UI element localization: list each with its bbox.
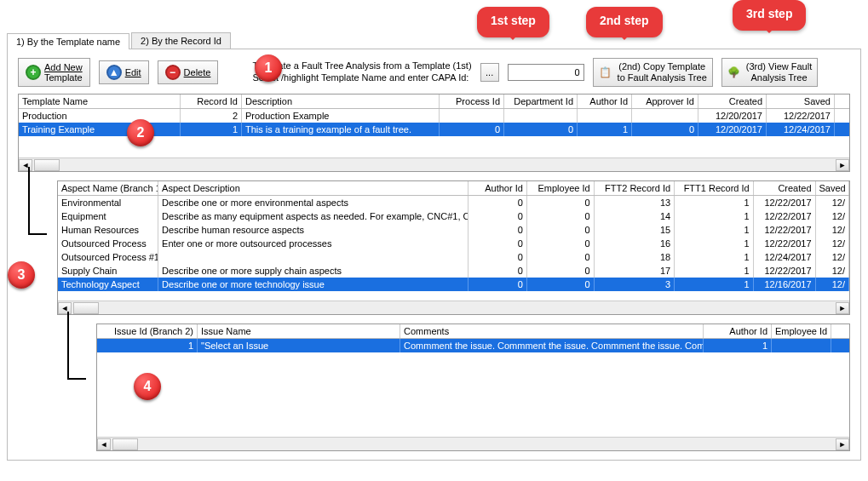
delete-icon: − bbox=[165, 65, 181, 80]
table-cell: 12/16/2017 bbox=[754, 278, 816, 291]
table-cell: 12/20/2017 bbox=[698, 123, 767, 136]
table-cell: 18 bbox=[595, 250, 675, 264]
table-cell: 1 bbox=[181, 123, 242, 136]
tab-by-template-name[interactable]: 1) By the Template name bbox=[7, 33, 129, 49]
table-row[interactable]: Human ResourcesDescribe human resource a… bbox=[58, 223, 849, 237]
delete-button[interactable]: − Delete bbox=[158, 60, 219, 84]
add-button-label: Add New Template bbox=[44, 62, 83, 83]
table-cell bbox=[578, 109, 632, 123]
capa-id-input[interactable] bbox=[508, 64, 584, 81]
table-cell: Describe as many equipment aspects as ne… bbox=[158, 209, 468, 223]
grid1-hscroll[interactable]: ◄► bbox=[19, 157, 849, 171]
tree-icon: 🌳 bbox=[727, 66, 741, 79]
grid2-hscroll[interactable]: ◄► bbox=[58, 301, 849, 314]
column-header[interactable]: Aspect Name (Branch 1) bbox=[58, 181, 158, 195]
table-cell: 2 bbox=[181, 109, 242, 123]
tree-connector-v1 bbox=[28, 167, 30, 235]
tree-connector-h2 bbox=[67, 378, 86, 380]
table-cell: 0 bbox=[440, 123, 504, 136]
tree-connector-v2 bbox=[67, 312, 69, 380]
view-fault-tree-button[interactable]: 🌳 (3rd) View Fault Analysis Tree bbox=[721, 58, 818, 87]
column-header[interactable]: Employee Id bbox=[772, 324, 831, 338]
column-header[interactable]: FTT1 Record Id bbox=[675, 181, 754, 195]
column-header[interactable]: Issue Name bbox=[198, 324, 400, 338]
table-cell: 1 bbox=[97, 339, 198, 352]
table-cell: 16 bbox=[595, 237, 675, 250]
table-cell: 1 bbox=[675, 264, 754, 278]
table-cell: 12/ bbox=[816, 237, 849, 250]
table-cell: 12/ bbox=[816, 209, 849, 223]
table-cell: Equipment bbox=[58, 209, 158, 223]
column-header[interactable]: Record Id bbox=[181, 94, 242, 108]
table-cell: Commment the issue. Commment the issue. … bbox=[400, 339, 704, 352]
table-cell: 12/ bbox=[816, 250, 849, 264]
table-cell: 12/24/2017 bbox=[754, 250, 816, 264]
table-row[interactable]: Technology AspectDescribe one or more te… bbox=[58, 278, 849, 291]
table-cell bbox=[158, 250, 468, 264]
table-row[interactable]: EnvironmentalDescribe one or more enviro… bbox=[58, 196, 849, 209]
table-row[interactable]: Supply ChainDescribe one or more supply … bbox=[58, 264, 849, 278]
copy-icon: 📋 bbox=[599, 66, 612, 79]
column-header[interactable]: Author Id bbox=[578, 94, 632, 108]
add-new-template-button[interactable]: + Add New Template bbox=[18, 58, 90, 87]
table-cell: Technology Aspect bbox=[58, 278, 158, 291]
table-cell: 1 bbox=[675, 237, 754, 250]
table-cell: Describe one or more technology issue bbox=[158, 278, 468, 291]
column-header[interactable]: Author Id bbox=[468, 181, 527, 195]
browse-capa-button[interactable]: ... bbox=[480, 63, 499, 82]
table-cell: 0 bbox=[527, 264, 595, 278]
table-cell: Outsourced Process bbox=[58, 237, 158, 250]
table-cell: 12/22/2017 bbox=[767, 109, 835, 123]
column-header[interactable]: Employee Id bbox=[527, 181, 595, 195]
table-cell: 12/22/2017 bbox=[754, 237, 816, 250]
aspects-grid[interactable]: Aspect Name (Branch 1)Aspect Description… bbox=[57, 180, 850, 315]
column-header[interactable]: Process Id bbox=[440, 94, 504, 108]
tab-bar: 1) By the Template name 2) By the Record… bbox=[7, 32, 861, 49]
column-header[interactable]: Template Name bbox=[19, 94, 181, 108]
grid3-hscroll[interactable]: ◄► bbox=[97, 437, 849, 450]
table-cell: Production Example bbox=[242, 109, 440, 123]
view-button-label: (3rd) View Fault Analysis Tree bbox=[746, 61, 812, 83]
table-cell: 0 bbox=[527, 237, 595, 250]
table-cell: "Select an Issue bbox=[198, 339, 400, 352]
column-header[interactable]: Approver Id bbox=[632, 94, 698, 108]
table-cell: 12/20/2017 bbox=[698, 109, 767, 123]
table-cell: 0 bbox=[468, 250, 527, 264]
column-header[interactable]: FTT2 Record Id bbox=[595, 181, 675, 195]
table-cell: 12/ bbox=[816, 278, 849, 291]
column-header[interactable]: Created bbox=[754, 181, 816, 195]
column-header[interactable]: Created bbox=[698, 94, 767, 108]
table-cell: 0 bbox=[468, 237, 527, 250]
tab-by-record-id[interactable]: 2) By the Record Id bbox=[131, 32, 231, 49]
table-row[interactable]: EquipmentDescribe as many equipment aspe… bbox=[58, 209, 849, 223]
edit-button[interactable]: ▲ Edit bbox=[99, 60, 149, 84]
column-header[interactable]: Saved bbox=[816, 181, 849, 195]
table-cell: 12/22/2017 bbox=[754, 223, 816, 237]
column-header[interactable]: Issue Id (Branch 2) bbox=[97, 324, 198, 338]
copy-template-button[interactable]: 📋 (2nd) Copy Template to Fault Analysis … bbox=[593, 58, 713, 87]
table-cell bbox=[632, 109, 698, 123]
issues-grid[interactable]: Issue Id (Branch 2)Issue NameCommentsAut… bbox=[96, 324, 850, 451]
callout-step-3: 3rd step bbox=[733, 0, 806, 31]
table-cell: Production bbox=[19, 109, 181, 123]
table-cell: 3 bbox=[595, 278, 675, 291]
table-cell bbox=[440, 109, 504, 123]
column-header[interactable]: Department Id bbox=[504, 94, 578, 108]
table-cell: 15 bbox=[595, 223, 675, 237]
table-cell: Describe one or more environmental aspec… bbox=[158, 196, 468, 209]
column-header[interactable]: Author Id bbox=[704, 324, 772, 338]
table-cell: 1 bbox=[675, 209, 754, 223]
table-row[interactable]: Outsourced ProcessEnter one or more outs… bbox=[58, 237, 849, 250]
table-cell: Training Example bbox=[19, 123, 181, 136]
callout-step-1: 1st step bbox=[477, 7, 549, 37]
table-cell: 0 bbox=[504, 123, 578, 136]
table-cell: 0 bbox=[527, 250, 595, 264]
column-header[interactable]: Description bbox=[242, 94, 440, 108]
table-cell: 0 bbox=[527, 223, 595, 237]
table-row[interactable]: Outsourced Process #100018112/24/201712/ bbox=[58, 250, 849, 264]
column-header[interactable]: Saved bbox=[767, 94, 835, 108]
column-header[interactable]: Aspect Description bbox=[158, 181, 468, 195]
table-row[interactable]: 1"Select an IssueCommment the issue. Com… bbox=[97, 339, 849, 352]
column-header[interactable]: Comments bbox=[400, 324, 704, 338]
edit-button-label: Edit bbox=[125, 67, 141, 77]
